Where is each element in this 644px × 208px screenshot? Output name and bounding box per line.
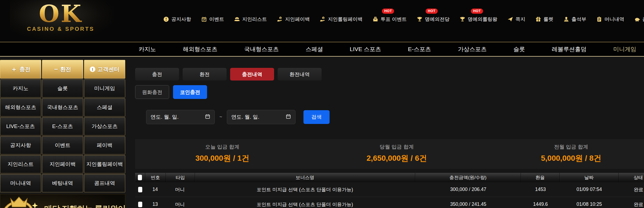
sidebar-item-slots[interactable]: 슬롯 [42, 79, 83, 98]
date-to-input[interactable]: 연도. 월. 일. [227, 110, 295, 124]
subtab-krw-deposit[interactable]: 원화충전 [135, 85, 169, 99]
utility-item-money-history[interactable]: 머니내역 [596, 16, 624, 23]
summary-today: 오늘 입금 합계 300,000원 / 1건 [135, 143, 310, 163]
nav-live-sports[interactable]: LIVE 스포츠 [350, 45, 381, 53]
utility-item-comp-history[interactable]: 콤프내역 [634, 16, 644, 23]
row-checkbox-cell [135, 202, 145, 207]
calendar-icon[interactable] [286, 114, 291, 120]
cell-bonus: 포인트 미지급 선택 (스포츠 단폴더 이용가능) [194, 201, 415, 208]
promo-banner-text: 매달 진행하는 롤링왕이벤트 [44, 203, 125, 208]
utility-nav: 공지사항 이벤트 지인리스트 $ 지인페이백 [163, 16, 644, 23]
sidebar-item-friend-list[interactable]: 지인리스트 [0, 155, 41, 173]
logo-subtitle: CASINO & SPORTS [26, 26, 95, 32]
history-tabs: 충전 환전 충전내역 환전내역 [135, 68, 644, 81]
crown-ring-icon [0, 195, 42, 208]
sidebar-item-event[interactable]: 이벤트 [42, 136, 83, 154]
cell-status: 완료 [619, 201, 644, 208]
utility-item-friend-list[interactable]: 지인리스트 [234, 16, 267, 23]
col-date: 날짜 [560, 173, 619, 182]
support-button[interactable]: ! 고객센터 [84, 60, 125, 79]
tab-withdraw[interactable]: 환전 [183, 68, 227, 81]
utility-item-vote-event[interactable]: HOT 투표 이벤트 [372, 16, 407, 23]
summary-value: 2,650,000원 / 6건 [310, 153, 484, 163]
utility-item-friend-payback[interactable]: $ 지인페이백 [277, 16, 310, 23]
nav-minigame[interactable]: 미니게임 [613, 45, 636, 53]
cell-type: 머니 [165, 186, 194, 193]
tab-withdraw-history[interactable]: 환전내역 [278, 68, 322, 81]
utility-item-label: 지인리스트 [242, 16, 267, 23]
sidebar-item-friend-rolling-payback[interactable]: 지인롤링페이백 [84, 155, 125, 173]
sidebar-menu: 카지노 슬롯 미니게임 해외형스포츠 국내형스포츠 스페셜 LIVE-스포츠 E… [0, 79, 125, 192]
nav-special[interactable]: 스페셜 [306, 45, 323, 53]
date-filter: 연도. 월. 일. ~ 연도. 월. 일. 검색 [146, 110, 644, 124]
nav-slots[interactable]: 슬롯 [514, 45, 525, 53]
summary-value: 300,000원 / 1건 [135, 153, 310, 163]
sidebar-item-live-sports[interactable]: LIVE-스포츠 [0, 117, 41, 135]
sidebar-item-special[interactable]: 스페셜 [84, 98, 125, 117]
deposit-type-subtabs: 원화충전 코인충전 [135, 85, 644, 99]
utility-item-message[interactable]: 쪽지 [507, 16, 525, 23]
main-nav-items: 카지노 해외형스포츠 국내형스포츠 스페셜 LIVE 스포츠 E-스포츠 가상스… [139, 42, 636, 56]
sidebar-item-overseas-sports[interactable]: 해외형스포츠 [0, 98, 41, 117]
table-header: 번호 타입 보너스명 충전금액(원/수량) 환율 날짜 상태 [135, 173, 644, 182]
summary-label: 오늘 입금 합계 [135, 143, 310, 151]
utility-item-attendance[interactable]: 출석부 [563, 16, 586, 23]
table-row: 14 머니 포인트 미지급 선택 (스포츠 단폴더 이용가능) 300,000 … [135, 182, 644, 197]
utility-item-label: 지인페이백 [285, 16, 310, 23]
nav-domestic-sports[interactable]: 국내형스포츠 [244, 45, 279, 53]
nav-esports[interactable]: E-스포츠 [408, 45, 431, 53]
deposit-button[interactable]: ＋ 충전 [0, 60, 41, 79]
utility-item-label: 지인롤링페이백 [328, 16, 363, 23]
utility-item-label: 투표 이벤트 [381, 16, 407, 23]
date-from-placeholder: 연도. 월. 일. [150, 113, 179, 121]
select-all-checkbox[interactable] [138, 175, 142, 180]
date-from-input[interactable]: 연도. 월. 일. [146, 110, 215, 124]
utility-item-label: 룰렛 [543, 16, 553, 23]
logo[interactable]: OK CASINO & SPORTS [26, 1, 95, 32]
utility-item-notice[interactable]: 공지사항 [163, 16, 191, 23]
nav-virtual-sports[interactable]: 가상스포츠 [458, 45, 487, 53]
sidebar-item-esports[interactable]: E-스포츠 [42, 117, 83, 135]
cell-amount: 300,000 / 206.47 [415, 187, 521, 192]
col-type: 타입 [166, 173, 195, 182]
col-amount: 충전금액(원/수량) [415, 173, 521, 182]
sidebar-item-virtual-sports[interactable]: 가상스포츠 [84, 117, 125, 135]
utility-item-rolling-king[interactable]: HOT 명예의롤링왕 [459, 16, 497, 23]
sidebar-item-minigame[interactable]: 미니게임 [84, 79, 125, 98]
withdraw-button[interactable]: − 환전 [42, 60, 83, 79]
col-no: 번호 [145, 173, 166, 182]
cell-date: 01/08 10:25 [560, 201, 619, 207]
nav-casino[interactable]: 카지노 [139, 45, 156, 53]
row-checkbox[interactable] [138, 202, 142, 207]
cell-status: 완료 [619, 186, 644, 193]
sidebar-item-comp-history[interactable]: 콤프내역 [84, 174, 125, 192]
calendar-check-icon [201, 16, 207, 22]
hand-dollar-icon: $ [320, 16, 326, 22]
summary-value: 5,000,000원 / 8건 [484, 153, 644, 163]
utility-item-hall-of-fame[interactable]: HOT 명예의전당 [417, 16, 450, 23]
utility-item-roulette[interactable]: 룰렛 [535, 16, 553, 23]
row-checkbox[interactable] [138, 187, 142, 192]
nav-revolution-holdem[interactable]: 레볼루션홀덤 [552, 45, 586, 53]
subtab-coin-deposit[interactable]: 코인충전 [173, 85, 207, 99]
search-button[interactable]: 검색 [303, 110, 330, 124]
promo-banner[interactable]: 매달 진행하는 롤링왕이벤트 [0, 194, 125, 208]
tab-deposit-history[interactable]: 충전내역 [230, 68, 274, 81]
sidebar-item-payback[interactable]: 페이백 [84, 136, 125, 154]
utility-item-label: 명예의롤링왕 [468, 16, 497, 23]
trophy-icon [417, 16, 423, 22]
utility-item-event[interactable]: 이벤트 [201, 16, 224, 23]
sidebar-item-notice[interactable]: 공지사항 [0, 136, 41, 154]
sidebar-item-friend-payback[interactable]: 지인페이백 [42, 155, 83, 173]
tab-deposit[interactable]: 충전 [135, 68, 179, 81]
sidebar-item-casino[interactable]: 카지노 [0, 79, 41, 98]
sidebar-item-money-history[interactable]: 머니내역 [0, 174, 41, 192]
calendar-icon[interactable] [205, 114, 210, 120]
hand-dollar-icon: $ [277, 16, 283, 22]
svg-text:$: $ [323, 17, 324, 19]
withdraw-label: 환전 [60, 66, 71, 73]
sidebar-item-domestic-sports[interactable]: 국내형스포츠 [42, 98, 83, 117]
utility-item-friend-rolling-payback[interactable]: $ 지인롤링페이백 [320, 16, 363, 23]
nav-overseas-sports[interactable]: 해외형스포츠 [183, 45, 218, 53]
sidebar-item-betting-history[interactable]: 베팅내역 [42, 174, 83, 192]
